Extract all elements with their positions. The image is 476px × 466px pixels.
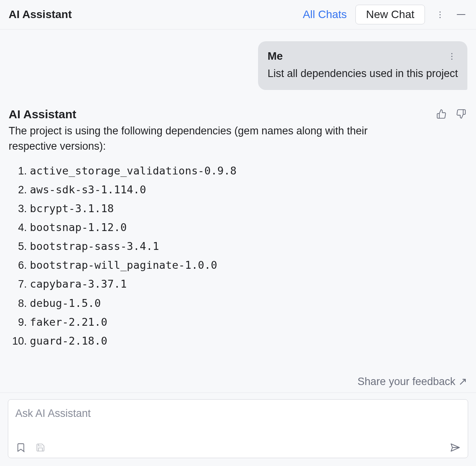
thumbs-up-icon [436,109,447,119]
list-item: faker-2.21.0 [30,313,467,332]
list-item: bcrypt-3.1.18 [30,199,467,218]
assistant-message: AI Assistant The project is using the fo… [9,106,467,350]
thumbs-up-button[interactable] [435,108,448,120]
dependency-text: bcrypt-3.1.18 [30,202,114,215]
input-toolbar [15,441,461,454]
feedback-buttons [435,108,467,120]
thumbs-down-icon [456,109,466,119]
user-message-text: List all dependencies used in this proje… [267,66,458,81]
user-message-bubble: Me List all dependencies used in this pr… [258,41,467,90]
dependency-text: bootstrap-will_paginate-1.0.0 [30,259,217,271]
list-item: bootstrap-will_paginate-1.0.0 [30,256,467,275]
bookmark-icon [16,442,26,453]
bookmark-button[interactable] [15,441,27,454]
dependency-text: faker-2.21.0 [30,316,107,328]
user-message-row: Me List all dependencies used in this pr… [9,41,467,90]
header-actions: All Chats New Chat [303,5,467,24]
assistant-name-label: AI Assistant [9,106,76,123]
floppy-disk-icon [36,443,45,452]
dependency-text: debug-1.5.0 [30,297,101,309]
header: AI Assistant All Chats New Chat [0,0,476,29]
list-item: guard-2.18.0 [30,332,467,350]
minimize-icon [457,14,465,15]
list-item: active_storage_validations-0.9.8 [30,161,467,180]
all-chats-link[interactable]: All Chats [303,7,347,23]
minimize-button[interactable] [455,8,467,21]
share-feedback-link[interactable]: Share your feedback ↗ [0,369,476,393]
dependency-text: active_storage_validations-0.9.8 [30,165,237,177]
dependency-text: aws-sdk-s3-1.114.0 [30,183,146,196]
dependency-list: active_storage_validations-0.9.8aws-sdk-… [13,161,467,350]
user-message-options[interactable] [445,50,458,62]
user-name-label: Me [267,48,283,64]
prompt-box [8,399,468,458]
list-item: debug-1.5.0 [30,294,467,313]
vertical-ellipsis-icon [439,11,441,18]
app-title: AI Assistant [9,7,72,23]
more-options-button[interactable] [434,8,446,21]
assistant-intro-text: The project is using the following depen… [9,123,401,154]
dependency-text: bootsnap-1.12.0 [30,221,127,233]
list-item: bootsnap-1.12.0 [30,218,467,237]
dependency-text: bootstrap-sass-3.4.1 [30,240,159,252]
save-button [34,441,47,454]
send-icon [450,442,461,453]
list-item: bootstrap-sass-3.4.1 [30,237,467,256]
conversation-scroll[interactable]: Me List all dependencies used in this pr… [0,29,476,369]
thumbs-down-button[interactable] [455,108,467,120]
list-item: capybara-3.37.1 [30,275,467,294]
prompt-input[interactable] [15,405,461,438]
dependency-text: capybara-3.37.1 [30,278,127,290]
vertical-ellipsis-icon [451,53,452,60]
list-item: aws-sdk-s3-1.114.0 [30,180,467,199]
new-chat-button[interactable]: New Chat [355,5,425,24]
send-button[interactable] [449,441,461,454]
input-area [0,393,476,466]
dependency-text: guard-2.18.0 [30,335,107,347]
